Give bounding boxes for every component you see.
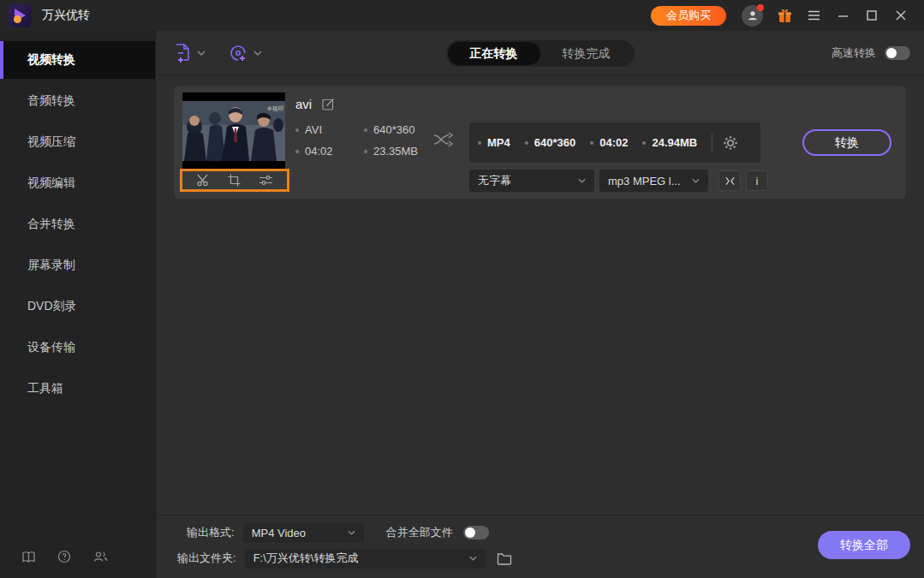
notification-dot [757,4,764,11]
title-bar: 万兴优转 会员购买 [0,0,924,31]
chevron-down-icon [692,178,700,183]
compress-icon [724,176,736,186]
fast-convert-label: 高速转换 [832,45,876,61]
crop-icon[interactable] [228,174,241,187]
audio-track-dropdown-value: mp3 MPEG l... [608,175,681,188]
close-button[interactable] [888,4,914,27]
trim-scissors-icon[interactable] [196,174,210,187]
community-icon[interactable] [92,549,108,564]
sidebar-item-screen-record[interactable]: 屏幕录制 [0,247,155,284]
output-format: MP4 [478,136,510,149]
content-header: 正在转换 转换完成 高速转换 [156,31,924,75]
sidebar-item-audio-convert[interactable]: 音频转换 [0,82,155,120]
sidebar-item-video-convert[interactable]: 视频转换 [0,41,155,79]
sidebar-item-video-edit[interactable]: 视频编辑 [0,164,155,202]
output-settings-gear-icon[interactable] [723,135,738,151]
add-file-button[interactable] [173,43,206,63]
tab-finished[interactable]: 转换完成 [540,42,633,65]
audio-track-dropdown[interactable]: mp3 MPEG l... [599,170,708,192]
fast-convert-toggle[interactable] [885,46,910,60]
minimize-button[interactable] [830,4,855,27]
app-window: 万兴优转 会员购买 [0,0,924,578]
sidebar-item-device-transfer[interactable]: 设备传输 [0,329,155,366]
chevron-down-icon [578,178,586,183]
output-folder-value: F:\万兴优转\转换完成 [253,551,359,566]
manual-book-icon[interactable] [21,549,36,564]
gift-icon[interactable] [772,4,797,27]
app-title: 万兴优转 [42,8,90,23]
file-name: avi [295,97,312,111]
output-folder-dropdown[interactable]: F:\万兴优转\转换完成 [245,549,486,569]
user-avatar[interactable] [742,5,763,27]
output-size: 24.94MB [642,136,697,149]
buy-membership-button[interactable]: 会员购买 [651,6,726,26]
bottom-bar: 输出格式: MP4 Video 合并全部文件 输出文件夹: F:\万兴优转\转换… [156,515,924,578]
edit-toolbar-highlight [180,169,289,192]
output-format-label: 输出格式: [187,525,235,540]
sidebar: 视频转换 音频转换 视频压缩 视频编辑 合并转换 屏幕录制 DVD刻录 设备传输… [0,31,156,578]
chevron-down-icon [348,530,355,535]
add-disc-icon [228,43,248,63]
sidebar-item-toolbox[interactable]: 工具箱 [0,370,155,408]
video-thumbnail[interactable]: ⊛视听 [182,92,285,170]
file-list: ⊛视听 av [156,75,924,515]
subtitle-dropdown-value: 无字幕 [478,173,511,188]
subtitle-dropdown[interactable]: 无字幕 [469,170,594,192]
add-file-icon [173,43,192,63]
convert-all-button[interactable]: 转换全部 [818,531,910,559]
output-format-dropdown[interactable]: MP4 Video [243,523,364,543]
output-folder-label: 输出文件夹: [177,551,236,566]
output-resolution: 640*360 [525,136,575,149]
person-icon [747,9,759,21]
effect-sliders-icon[interactable] [259,175,273,186]
chevron-down-icon [469,556,477,561]
source-format: AVI [295,123,364,136]
tab-converting[interactable]: 正在转换 [448,42,540,65]
menu-icon[interactable] [801,4,826,27]
add-disc-button[interactable] [228,43,262,63]
convert-button[interactable]: 转换 [802,129,891,156]
chevron-down-icon [253,51,262,56]
source-duration: 04:02 [295,145,364,158]
sidebar-item-merge-convert[interactable]: 合并转换 [0,206,155,243]
divider [712,134,712,152]
file-row: ⊛视听 av [174,86,906,199]
sidebar-item-dvd-burn[interactable]: DVD刻录 [0,288,155,325]
shuffle-arrow-icon [432,130,455,149]
compress-button[interactable] [718,170,741,191]
sidebar-item-video-compress[interactable]: 视频压缩 [0,123,155,161]
help-icon[interactable] [57,549,72,564]
output-settings-box: MP4 640*360 04:02 24.94MB [469,122,760,163]
rename-icon[interactable] [322,98,335,110]
open-folder-icon[interactable] [497,552,512,565]
info-button[interactable]: i [746,170,768,191]
merge-all-toggle[interactable] [463,526,489,539]
status-tabs: 正在转换 转换完成 [446,40,635,67]
app-logo-icon [9,4,32,27]
chevron-down-icon [197,51,206,56]
maximize-button[interactable] [859,4,885,27]
merge-all-label: 合并全部文件 [386,525,453,540]
output-duration: 04:02 [590,136,628,149]
svg-text:⊛视听: ⊛视听 [267,105,284,112]
output-format-value: MP4 Video [252,527,306,539]
